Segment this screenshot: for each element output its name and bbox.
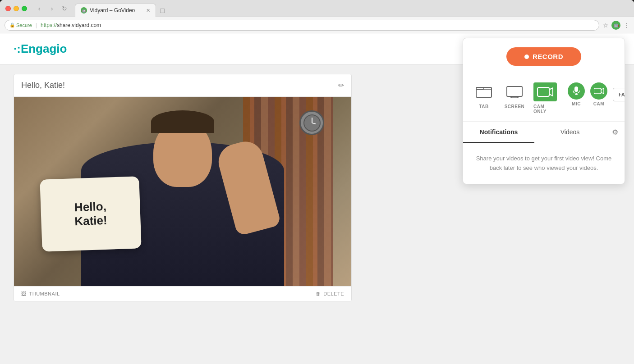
tab-title: Vidyard – GoVideo (90, 7, 135, 14)
camera-select[interactable]: FACETIME HD CAMERA (05AC: ▼ (613, 88, 625, 101)
mic-toggle-button[interactable] (568, 82, 585, 100)
tab-close-button[interactable]: ✕ (146, 8, 150, 14)
video-card: Hello, Katie! ✏ (14, 74, 352, 301)
cam-only-mode-icon (533, 82, 557, 101)
popup-panel: RECORD TAB (463, 38, 625, 184)
screen-mode-option[interactable]: SCREEN (503, 82, 526, 109)
traffic-lights (5, 6, 27, 11)
svg-marker-11 (549, 88, 553, 96)
url-protocol: https://share.vidyard.com (41, 22, 101, 28)
record-dot-icon (524, 55, 529, 59)
browser-frame: ‹ › ↻ 🤖 Vidyard – GoVideo ✕ □ 🔒 Secure |… (0, 0, 634, 364)
thumbnail-button[interactable]: 🖼 THUMBNAIL (21, 291, 60, 296)
video-title-bar: Hello, Katie! ✏ (14, 74, 351, 97)
notifications-content: Share your videos to get your first vide… (463, 143, 625, 184)
refresh-button[interactable]: ↻ (60, 4, 69, 14)
bookmark-icon[interactable]: ☆ (603, 22, 609, 29)
settings-button[interactable]: ⚙ (606, 122, 625, 143)
svg-marker-16 (601, 88, 604, 94)
cam-label: CAM (593, 101, 604, 106)
cam-only-mode-option[interactable]: CAM ONLY (533, 82, 557, 114)
record-section: RECORD (463, 38, 625, 75)
videos-tab[interactable]: Videos (534, 122, 606, 143)
logo-text: ·:Engagio (14, 42, 67, 56)
notifications-text: Share your videos to get your first vide… (472, 154, 616, 173)
browser-titlebar: ‹ › ↻ 🤖 Vidyard – GoVideo ✕ □ (0, 0, 634, 17)
whiteboard-text: Hello, Katie! (69, 195, 112, 233)
delete-label: DELETE (323, 291, 344, 296)
tab-mode-icon (472, 82, 496, 101)
secure-badge: 🔒 Secure (9, 23, 32, 28)
svg-rect-15 (594, 88, 601, 94)
video-title: Hello, Katie! (21, 81, 65, 90)
tab-favicon: 🤖 (81, 7, 87, 14)
mic-label: MIC (572, 101, 581, 106)
whiteboard: Hello, Katie! (40, 176, 141, 252)
tabs-section: Notifications Videos ⚙ (463, 122, 625, 143)
record-label: RECORD (533, 53, 563, 60)
address-bar[interactable]: 🔒 Secure | https://share.vidyard.com (5, 20, 599, 31)
svg-rect-12 (574, 86, 578, 92)
secure-label: Secure (16, 23, 32, 28)
extension-icon[interactable]: 🤖 (611, 21, 620, 30)
browser-nav: ‹ › ↻ (34, 4, 69, 14)
mode-section: TAB SCREEN (463, 75, 625, 122)
minimize-button[interactable] (14, 6, 19, 11)
close-button[interactable] (5, 6, 11, 11)
new-tab-button[interactable]: □ (156, 5, 169, 17)
delete-icon: 🗑 (316, 291, 321, 296)
lock-icon: 🔒 (9, 23, 15, 27)
page-content: ·:Engagio Hello, Katie! ✏ (0, 33, 634, 364)
toolbar-icons: ☆ 🤖 ⋮ (603, 21, 629, 30)
svg-rect-10 (538, 87, 549, 96)
maximize-button[interactable] (22, 6, 27, 11)
cam-only-mode-label: CAM ONLY (533, 104, 557, 114)
url-separator: | (36, 22, 37, 28)
thumbnail-icon: 🖼 (21, 291, 27, 296)
browser-toolbar: 🔒 Secure | https://share.vidyard.com ☆ 🤖… (0, 17, 634, 33)
edit-icon[interactable]: ✏ (338, 81, 344, 90)
cam-toggle-button[interactable] (590, 82, 607, 100)
screen-mode-label: SCREEN (505, 104, 525, 109)
menu-icon[interactable]: ⋮ (623, 22, 629, 29)
device-row: MIC CAM FACETIME H (568, 82, 625, 106)
cam-toggle: CAM (590, 82, 607, 106)
logo: ·:Engagio (14, 42, 67, 56)
tab-mode-option[interactable]: TAB (472, 82, 496, 109)
svg-rect-3 (476, 87, 492, 97)
svg-rect-6 (507, 86, 522, 96)
clock-decoration (299, 110, 324, 135)
tab-mode-label: TAB (479, 104, 488, 109)
video-footer: 🖼 THUMBNAIL 🗑 DELETE (14, 286, 351, 301)
main-content: Hello, Katie! ✏ (0, 65, 451, 310)
notifications-tab[interactable]: Notifications (463, 122, 534, 143)
active-tab[interactable]: 🤖 Vidyard – GoVideo ✕ (75, 4, 156, 17)
record-button[interactable]: RECORD (506, 47, 581, 66)
url-domain: share.vidyard.com (57, 22, 101, 28)
back-button[interactable]: ‹ (34, 4, 44, 14)
mic-toggle: MIC (568, 82, 585, 106)
tab-bar: 🤖 Vidyard – GoVideo ✕ □ (75, 0, 629, 17)
delete-button[interactable]: 🗑 DELETE (316, 291, 344, 296)
video-thumbnail[interactable]: Hello, Katie! (14, 97, 351, 286)
video-background: Hello, Katie! (14, 97, 351, 286)
screen-mode-icon (503, 82, 526, 101)
forward-button[interactable]: › (47, 4, 57, 14)
thumbnail-label: THUMBNAIL (29, 291, 60, 296)
